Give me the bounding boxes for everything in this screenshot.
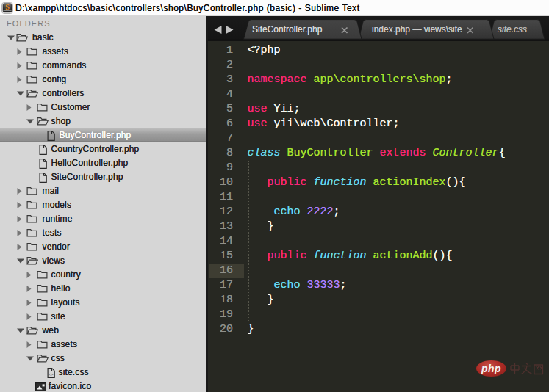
svg-text:<>: <> [49,372,54,377]
svg-text:S: S [5,3,10,11]
